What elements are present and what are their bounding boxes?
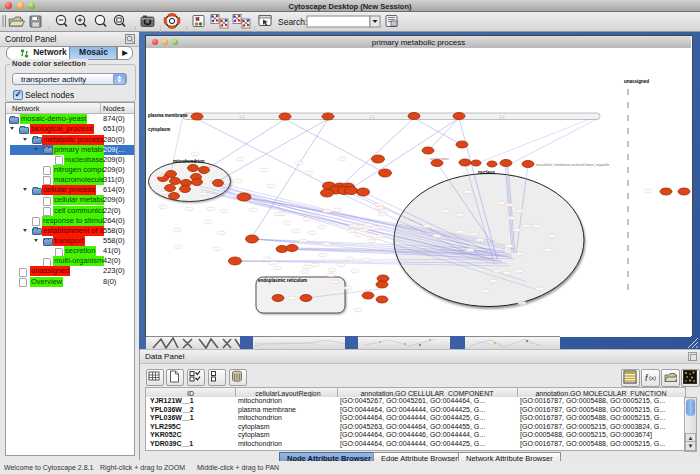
svg-text:[..]: [..] — [272, 262, 275, 264]
svg-text:[..]: [..] — [286, 222, 289, 224]
svg-text:[..]: [..] — [492, 280, 495, 282]
svg-text:[..]: [..] — [210, 208, 213, 210]
svg-text:[..]: [..] — [383, 210, 386, 212]
svg-text:[..]: [..] — [322, 254, 325, 256]
svg-text:intracellular | membrane-enclo: intracellular | membrane-enclosed lumen … — [536, 163, 609, 167]
svg-text:[..]: [..] — [354, 270, 357, 272]
svg-text:[..]: [..] — [266, 258, 269, 260]
svg-text:cytoplasm: cytoplasm — [148, 127, 170, 132]
svg-text:[..]: [..] — [368, 234, 371, 236]
svg-text:[..]: [..] — [176, 229, 179, 231]
svg-text:[..]: [..] — [436, 235, 439, 237]
svg-text:[..]: [..] — [500, 202, 503, 204]
svg-text:[..]: [..] — [469, 249, 472, 251]
svg-text:[..]: [..] — [270, 185, 273, 187]
svg-text:[...]: [...] — [240, 115, 245, 119]
svg-text:[..]: [..] — [216, 248, 219, 250]
svg-text:[..]: [..] — [291, 297, 294, 299]
svg-text:[..]: [..] — [326, 210, 329, 212]
svg-text:[..]: [..] — [378, 204, 381, 206]
svg-text:[..]: [..] — [237, 180, 240, 182]
svg-text:[..]: [..] — [263, 169, 266, 171]
svg-text:[..]: [..] — [539, 288, 542, 290]
svg-text:[..]: [..] — [525, 225, 528, 227]
svg-text:[..]: [..] — [337, 209, 340, 211]
svg-text:[..]: [..] — [516, 229, 519, 231]
svg-text:[..]: [..] — [330, 274, 333, 276]
svg-text:[..]: [..] — [381, 213, 384, 215]
svg-text:[..]: [..] — [365, 259, 368, 261]
svg-text:[..]: [..] — [350, 230, 353, 232]
svg-text:[..]: [..] — [510, 217, 513, 219]
svg-text:[..]: [..] — [535, 225, 538, 227]
svg-text:[..]: [..] — [295, 230, 298, 232]
svg-text:[..]: [..] — [347, 287, 350, 289]
svg-text:[..]: [..] — [188, 208, 191, 210]
svg-text:[..]: [..] — [473, 233, 476, 235]
svg-text:[..]: [..] — [207, 221, 210, 223]
svg-text:[..]: [..] — [496, 270, 499, 272]
svg-text:[...]: [...] — [500, 115, 505, 119]
svg-text:[..]: [..] — [547, 249, 550, 251]
svg-text:[..]: [..] — [371, 240, 374, 242]
svg-text:[..]: [..] — [194, 153, 197, 155]
svg-text:[..]: [..] — [508, 204, 511, 206]
svg-text:[..]: [..] — [467, 191, 470, 193]
svg-text:[..]: [..] — [352, 225, 355, 227]
svg-text:[..]: [..] — [252, 209, 255, 211]
svg-text:[..]: [..] — [163, 192, 166, 194]
svg-text:[..]: [..] — [223, 210, 226, 212]
svg-text:[..]: [..] — [518, 270, 521, 272]
svg-text:[..]: [..] — [459, 231, 462, 233]
svg-text:[..]: [..] — [281, 213, 284, 215]
svg-text:[..]: [..] — [202, 193, 205, 195]
svg-text:[..]: [..] — [459, 214, 462, 216]
svg-text:plasma membrane: plasma membrane — [148, 113, 188, 118]
svg-text:[..]: [..] — [518, 253, 521, 255]
svg-text:mitochondrion: mitochondrion — [173, 159, 205, 164]
svg-text:[..]: [..] — [367, 224, 370, 226]
svg-text:[..]: [..] — [551, 235, 554, 237]
svg-text:[..]: [..] — [306, 218, 309, 220]
svg-text:[..]: [..] — [374, 227, 377, 229]
svg-text:[..]: [..] — [302, 240, 305, 242]
svg-text:[..]: [..] — [341, 158, 344, 160]
svg-text:[..]: [..] — [308, 172, 311, 174]
svg-text:[..]: [..] — [220, 232, 223, 234]
svg-text:[..]: [..] — [159, 174, 162, 176]
svg-text:[..]: [..] — [519, 210, 522, 212]
svg-text:nucleus: nucleus — [478, 170, 496, 175]
svg-text:[..]: [..] — [340, 264, 343, 266]
svg-text:[..]: [..] — [177, 246, 180, 248]
svg-text:[..]: [..] — [304, 271, 307, 273]
svg-text:[..]: [..] — [298, 162, 301, 164]
svg-text:[..]: [..] — [508, 245, 511, 247]
svg-text:[..]: [..] — [349, 258, 352, 260]
svg-text:[..]: [..] — [321, 226, 324, 228]
svg-text:unassigned: unassigned — [624, 79, 649, 84]
svg-text:[..]: [..] — [647, 190, 650, 192]
svg-text:[..]: [..] — [334, 281, 337, 283]
svg-text:nuclear lumen: nuclear lumen — [430, 157, 449, 161]
svg-text:[...]: [...] — [370, 115, 375, 119]
svg-text:[..]: [..] — [379, 235, 382, 237]
svg-text:[..]: [..] — [357, 234, 360, 236]
svg-text:[..]: [..] — [357, 309, 360, 311]
svg-text:[..]: [..] — [239, 158, 242, 160]
svg-text:[..]: [..] — [325, 243, 328, 245]
svg-text:[..]: [..] — [314, 264, 317, 266]
svg-text:endoplasmic reticulum: endoplasmic reticulum — [258, 278, 307, 283]
svg-text:[..]: [..] — [379, 207, 382, 209]
svg-text:[..]: [..] — [363, 229, 366, 231]
svg-text:[..]: [..] — [445, 210, 448, 212]
svg-text:Search:: Search: — [278, 17, 307, 27]
svg-text:[..]: [..] — [311, 232, 314, 234]
svg-text:[..]: [..] — [479, 239, 482, 241]
svg-text:(x): (x) — [649, 375, 656, 381]
svg-text:[..]: [..] — [521, 302, 524, 304]
svg-text:[..]: [..] — [306, 266, 309, 268]
svg-text:[..]: [..] — [506, 272, 509, 274]
svg-text:[..]: [..] — [331, 269, 334, 271]
svg-text:[..]: [..] — [162, 206, 165, 208]
svg-text:[..]: [..] — [484, 290, 487, 292]
